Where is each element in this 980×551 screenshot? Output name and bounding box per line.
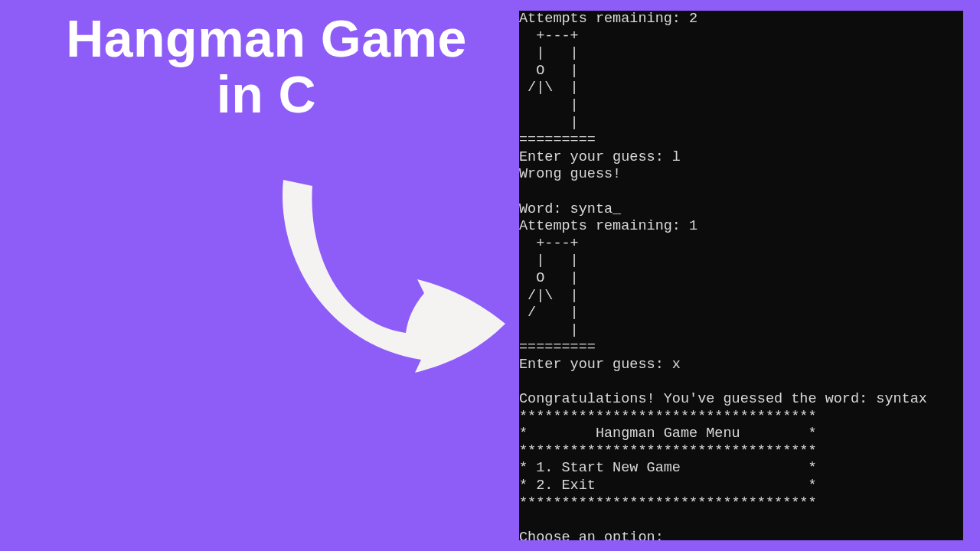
terminal-window: Attempts remaining: 2 +---+ | | O | /|\ … xyxy=(519,11,963,540)
terminal-output: Attempts remaining: 2 +---+ | | O | /|\ … xyxy=(519,11,927,540)
title-line-2: in C xyxy=(21,67,511,122)
page-title: Hangman Game in C xyxy=(21,11,511,122)
title-line-1: Hangman Game xyxy=(21,11,511,67)
arrow-icon xyxy=(253,172,521,402)
